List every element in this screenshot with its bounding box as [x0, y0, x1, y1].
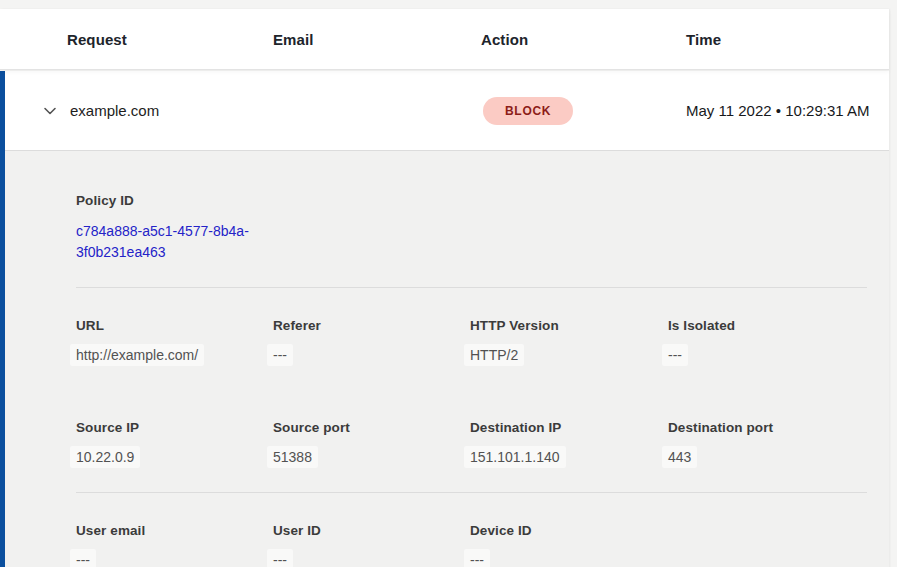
log-detail-page: Request Email Action Time example.com BL…: [0, 0, 897, 567]
expanded-log-entry: example.com BLOCK May 11 2022 • 10:29:31…: [0, 71, 889, 567]
field-referer: Referer ---: [273, 318, 470, 366]
field-value: 10.22.0.9: [70, 446, 140, 468]
field-value: ---: [267, 549, 293, 567]
column-header-time: Time: [686, 31, 889, 48]
field-source-ip: Source IP 10.22.0.9: [76, 420, 273, 468]
table-header-row: Request Email Action Time: [0, 9, 889, 69]
field-empty: [668, 523, 867, 567]
policy-id-section: Policy ID c784a888-a5c1-4577-8b4a-3f0b23…: [76, 193, 867, 263]
field-user-email: User email ---: [76, 523, 273, 567]
field-value: 151.101.1.140: [464, 446, 566, 468]
logs-table: Request Email Action Time example.com BL…: [0, 9, 889, 567]
field-value: ---: [662, 344, 688, 366]
field-value: http://example.com/: [70, 344, 204, 366]
field-label: User email: [76, 523, 273, 538]
table-row[interactable]: example.com BLOCK May 11 2022 • 10:29:31…: [5, 71, 889, 150]
time-cell: May 11 2022 • 10:29:31 AM: [686, 99, 886, 122]
column-header-action: Action: [481, 31, 686, 48]
field-label: User ID: [273, 523, 470, 538]
detail-row-http: URL http://example.com/ Referer --- HTTP…: [76, 288, 867, 390]
field-value: ---: [70, 549, 96, 567]
status-badge-block: BLOCK: [483, 97, 573, 125]
chevron-down-icon[interactable]: [42, 103, 58, 119]
field-label: Source IP: [76, 420, 273, 435]
field-label: Destination port: [668, 420, 867, 435]
field-label: Source port: [273, 420, 470, 435]
field-label: Is Isolated: [668, 318, 867, 333]
detail-row-network: Source IP 10.22.0.9 Source port 51388 De…: [76, 390, 867, 492]
field-label: Device ID: [470, 523, 668, 538]
field-value: 443: [662, 446, 697, 468]
field-is-isolated: Is Isolated ---: [668, 318, 867, 366]
detail-row-user: User email --- User ID --- Device ID ---: [76, 493, 867, 567]
field-url: URL http://example.com/: [76, 318, 273, 366]
column-header-request: Request: [67, 31, 273, 48]
field-label: HTTP Version: [470, 318, 668, 333]
field-destination-ip: Destination IP 151.101.1.140: [470, 420, 668, 468]
field-value: 51388: [267, 446, 318, 468]
field-value: ---: [464, 549, 490, 567]
field-value: ---: [267, 344, 293, 366]
policy-id-label: Policy ID: [76, 193, 867, 208]
log-details-panel: Policy ID c784a888-a5c1-4577-8b4a-3f0b23…: [5, 150, 889, 567]
field-value: HTTP/2: [464, 344, 524, 366]
field-source-port: Source port 51388: [273, 420, 470, 468]
column-header-email: Email: [273, 31, 481, 48]
field-http-version: HTTP Version HTTP/2: [470, 318, 668, 366]
field-label: Referer: [273, 318, 470, 333]
field-label: URL: [76, 318, 273, 333]
field-label: Destination IP: [470, 420, 668, 435]
field-destination-port: Destination port 443: [668, 420, 867, 468]
action-cell: BLOCK: [481, 97, 686, 125]
policy-id-link[interactable]: c784a888-a5c1-4577-8b4a-3f0b231ea463: [76, 221, 276, 263]
request-cell: example.com: [67, 102, 273, 119]
field-user-id: User ID ---: [273, 523, 470, 567]
field-device-id: Device ID ---: [470, 523, 668, 567]
